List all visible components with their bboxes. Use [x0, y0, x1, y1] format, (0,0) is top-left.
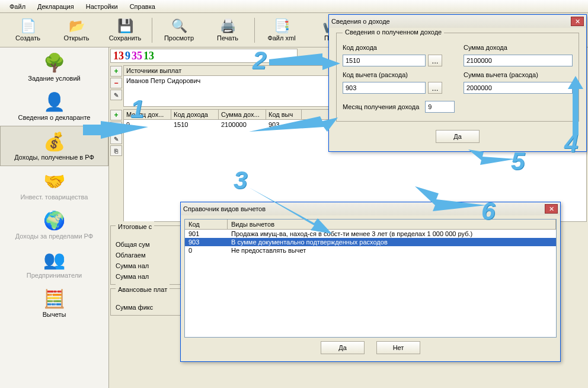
- summary-line: Сумма нал: [116, 271, 182, 282]
- month-input[interactable]: [425, 101, 455, 113]
- income-code-input[interactable]: [343, 55, 426, 66]
- annotation-2: 2: [253, 46, 266, 75]
- rate-tabs[interactable]: 13 9 35 13: [110, 49, 298, 63]
- rate-13-tab[interactable]: 13: [113, 50, 124, 62]
- open-button[interactable]: 📂Открыть: [52, 14, 101, 46]
- add-source-button[interactable]: +: [110, 66, 122, 77]
- handshake-icon: 🤝: [43, 171, 65, 191]
- reference-dialog: Справочник видов вычетов ✕ Код Виды выче…: [180, 202, 561, 362]
- income-sum-input[interactable]: [464, 55, 573, 66]
- deduction-code-input[interactable]: [343, 82, 426, 94]
- reference-no-button[interactable]: Нет: [376, 341, 420, 354]
- deduction-code-lookup-button[interactable]: ...: [428, 82, 442, 94]
- summary-group: Итоговые с Общая сум Облагаем Сумма нал …: [110, 225, 187, 285]
- preview-button[interactable]: 🔍Просмотр: [155, 14, 203, 46]
- annotation-1: 1: [130, 95, 144, 123]
- copy-income-button[interactable]: ⎘: [110, 145, 122, 156]
- floppy-icon: 💾: [117, 19, 133, 33]
- fieldset-title: Сведения о полученном доходе: [343, 28, 444, 36]
- income-tools: + − ✎ ⎘: [110, 109, 123, 222]
- xml-button[interactable]: 📑Файл xml: [257, 14, 306, 46]
- dialog-title: Справочник видов вычетов: [183, 205, 266, 212]
- calculator-icon: 🧮: [43, 288, 65, 309]
- income-fieldset: Сведения о полученном доходе Код дохода …: [336, 33, 579, 122]
- sidebar-item-entrepreneurs[interactable]: 👥Предприниматели: [0, 244, 108, 284]
- ref-col-name[interactable]: Виды вычетов: [228, 220, 556, 229]
- ref-col-code[interactable]: Код: [185, 220, 228, 229]
- reference-row[interactable]: 0 Не предоставлять вычет: [185, 246, 556, 255]
- close-icon[interactable]: ✕: [545, 204, 558, 214]
- sidebar-item-declarant[interactable]: 👤Сведения о декларанте: [0, 87, 108, 126]
- income-code-lookup-button[interactable]: ...: [428, 55, 442, 66]
- edit-source-button[interactable]: ✎: [110, 90, 122, 100]
- tree-icon: 🌳: [43, 52, 65, 72]
- menu-settings[interactable]: Настройки: [80, 2, 124, 11]
- menu-help[interactable]: Справка: [124, 2, 161, 11]
- col-deduction[interactable]: Код выч: [266, 110, 302, 119]
- add-income-button[interactable]: +: [110, 110, 122, 120]
- income-sum-label: Сумма дохода: [464, 44, 573, 51]
- edit-income-button[interactable]: ✎: [110, 133, 122, 144]
- reference-ok-button[interactable]: Да: [321, 341, 365, 354]
- annotation-4: 4: [564, 129, 578, 158]
- globe-money-icon: 🌍: [43, 210, 65, 230]
- close-icon[interactable]: ✕: [571, 17, 584, 26]
- deduction-sum-input[interactable]: [464, 82, 573, 94]
- print-button[interactable]: 🖨️Печать: [203, 14, 252, 46]
- col-sum[interactable]: Сумма дох...: [219, 110, 266, 119]
- save-button[interactable]: 💾Сохранить: [101, 14, 149, 46]
- sidebar-item-income-foreign[interactable]: 🌍Доходы за пределами РФ: [0, 205, 108, 244]
- menu-declaration[interactable]: Декларация: [31, 2, 80, 11]
- remove-source-button[interactable]: −: [110, 78, 122, 88]
- sidebar-item-invest[interactable]: 🤝Инвест. товарищества: [0, 166, 108, 205]
- advance-line: Сумма фикс: [116, 302, 182, 313]
- summary-line: Сумма нал: [116, 260, 182, 271]
- create-button[interactable]: 📄Создать: [4, 14, 52, 46]
- sources-tools: + − ✎: [110, 65, 123, 107]
- xml-file-icon: 📑: [273, 19, 290, 33]
- income-dialog-titlebar[interactable]: Сведения о доходе ✕: [329, 15, 586, 28]
- deduction-sum-label: Сумма вычета (расхода): [464, 71, 573, 78]
- dialog-title: Сведения о доходе: [331, 18, 390, 25]
- rate-13b-tab[interactable]: 13: [143, 50, 154, 62]
- rate-35-tab[interactable]: 35: [132, 50, 142, 62]
- advance-title: Авансовые плат: [116, 284, 170, 295]
- sidebar: 🌳Задание условий 👤Сведения о декларанте …: [0, 47, 109, 388]
- person-icon: 👤: [43, 91, 65, 112]
- summary-line: Облагаем: [116, 250, 182, 260]
- reference-row[interactable]: 901 Продажа имущ-ва, наход-ся в собст-ти…: [185, 230, 556, 238]
- menu-file[interactable]: Файл: [4, 2, 31, 11]
- income-ok-button[interactable]: Да: [436, 130, 480, 143]
- new-document-icon: 📄: [20, 19, 36, 33]
- annotation-6: 6: [481, 197, 495, 225]
- deduction-code-label: Код вычета (расхода): [343, 71, 452, 78]
- col-code[interactable]: Код дохода: [171, 110, 219, 119]
- sidebar-item-conditions[interactable]: 🌳Задание условий: [0, 47, 108, 87]
- magnify-doc-icon: 🔍: [171, 19, 187, 33]
- printer-icon: 🖨️: [219, 19, 236, 33]
- summary-line: Общая сум: [116, 239, 182, 250]
- menubar: Файл Декларация Настройки Справка: [0, 0, 588, 13]
- reference-grid[interactable]: Код Виды вычетов 901 Продажа имущ-ва, на…: [184, 219, 557, 338]
- month-label: Месяц получения дохода: [343, 103, 419, 110]
- annotation-3: 3: [234, 166, 247, 195]
- business-icon: 👥: [43, 249, 65, 269]
- summary-title: Итоговые с: [116, 221, 154, 232]
- sidebar-item-deductions[interactable]: 🧮Вычеты: [0, 284, 108, 323]
- folder-open-icon: 📂: [68, 19, 85, 33]
- reference-dialog-titlebar[interactable]: Справочник видов вычетов ✕: [181, 202, 560, 215]
- rate-9-tab[interactable]: 9: [125, 50, 130, 62]
- sidebar-item-income-rf[interactable]: 💰Доходы, полученные в РФ: [0, 126, 108, 166]
- income-dialog: Сведения о доходе ✕ Сведения о полученно…: [328, 14, 587, 152]
- annotation-5: 5: [511, 147, 525, 176]
- reference-row-selected[interactable]: 903 В сумме документально подтвержденных…: [185, 238, 556, 246]
- coins-icon: 💰: [43, 131, 65, 151]
- remove-income-button[interactable]: −: [110, 122, 122, 132]
- advance-group: Авансовые плат Сумма фикс: [110, 288, 187, 316]
- income-code-label: Код дохода: [343, 44, 452, 51]
